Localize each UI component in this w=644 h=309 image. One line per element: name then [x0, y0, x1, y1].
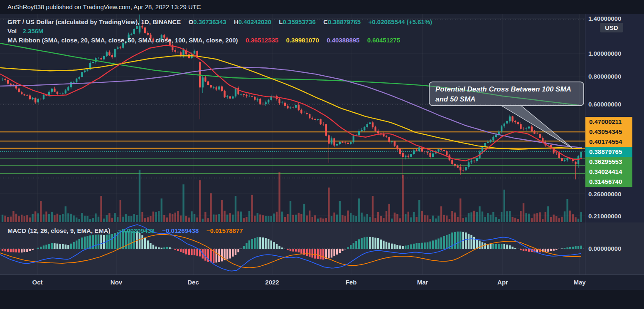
ohlc-change-value: +0.02065544 (+5.61%) — [369, 18, 432, 25]
ohlc-open-value: 0.36736343 — [193, 18, 226, 25]
price-tick: 0.60000000 — [588, 101, 621, 108]
month-label-oct: Oct — [32, 279, 42, 286]
month-label-feb: Feb — [346, 279, 357, 286]
resistance-price-label: 0.43054345 — [585, 127, 632, 137]
support-price-label: 0.36295553 — [585, 157, 632, 167]
support-price-label: 0.31456740 — [585, 177, 632, 187]
ohlc-open-label: O — [189, 18, 194, 25]
support-price-label: 0.34024414 — [585, 167, 632, 177]
price-tick: 0.21000000 — [588, 213, 621, 220]
price-tick: 0.26000000 — [588, 190, 621, 198]
tradingview-published-chart: AnShRoy038 published on TradingView.com,… — [0, 0, 644, 309]
ohlc-low-value: 0.35953736 — [283, 18, 316, 25]
price-tick: 1.40000000 — [588, 15, 621, 22]
macd-hist-value: −0.00309438 — [118, 227, 155, 234]
footer-bar: TradingView — [0, 290, 644, 309]
sma100-value: 0.40388895 — [327, 37, 359, 44]
price-tick: 1.00000000 — [588, 50, 621, 57]
symbol-title: GRT / US Dollar (calculated by TradingVi… — [7, 18, 181, 25]
chart-plot-area[interactable] — [0, 14, 585, 274]
sma20-value: 0.36512535 — [246, 37, 278, 44]
macd-zero-tick: 0.00000000 — [588, 245, 621, 252]
macd-label: MACD (12, 26, close, 9, EMA, EMA) — [7, 227, 111, 234]
ma-ribbon-label: MA Ribbon (SMA, close, 20, SMA, close, 5… — [7, 37, 238, 44]
ohlc-high-label: H — [234, 18, 238, 25]
volume-legend[interactable]: Vol 2.356M — [7, 27, 44, 35]
month-label-may: May — [573, 279, 585, 286]
current-price-label: 0.38879765 — [585, 147, 632, 157]
ohlc-low-label: L — [279, 18, 283, 25]
month-label-mar: Mar — [417, 279, 428, 286]
ma-ribbon-legend[interactable]: MA Ribbon (SMA, close, 20, SMA, close, 5… — [7, 37, 400, 44]
macd-line-value: −0.01269438 — [162, 227, 199, 234]
resistance-price-label: 0.47000211 — [585, 117, 632, 127]
death-cross-annotation[interactable]: Potential Death Cross Between 100 SMA an… — [429, 82, 584, 106]
ohlc-high-value: 0.40242020 — [238, 18, 271, 25]
sma50-value: 0.39981070 — [286, 37, 319, 44]
month-label-apr: Apr — [497, 279, 508, 286]
ohlc-close-value: 0.38879765 — [328, 18, 361, 25]
currency-badge[interactable]: USD — [600, 23, 623, 32]
month-label-2022: 2022 — [265, 279, 279, 286]
time-axis[interactable]: OctNovDec2022FebMarAprMay — [0, 274, 644, 290]
sma200-value: 0.60451275 — [367, 37, 400, 44]
ohlc-close-label: C — [323, 18, 328, 25]
price-tick: 0.80000000 — [588, 73, 621, 80]
publish-header: AnShRoy038 published on TradingView.com,… — [0, 0, 644, 14]
resistance-price-label: 0.40174554 — [585, 137, 632, 147]
macd-legend[interactable]: MACD (12, 26, close, 9, EMA, EMA) −0.003… — [7, 227, 243, 234]
volume-value: 2.356M — [23, 27, 44, 35]
volume-label: Vol — [7, 27, 17, 35]
month-label-dec: Dec — [187, 279, 199, 286]
month-label-nov: Nov — [111, 279, 122, 286]
currency-label: USD — [605, 24, 618, 31]
publish-header-text: AnShRoy038 published on TradingView.com,… — [7, 3, 201, 10]
macd-signal-value: −0.01578877 — [206, 227, 243, 234]
annotation-text: Potential Death Cross Between 100 SMA an… — [435, 85, 571, 103]
symbol-legend[interactable]: GRT / US Dollar (calculated by TradingVi… — [7, 18, 432, 25]
